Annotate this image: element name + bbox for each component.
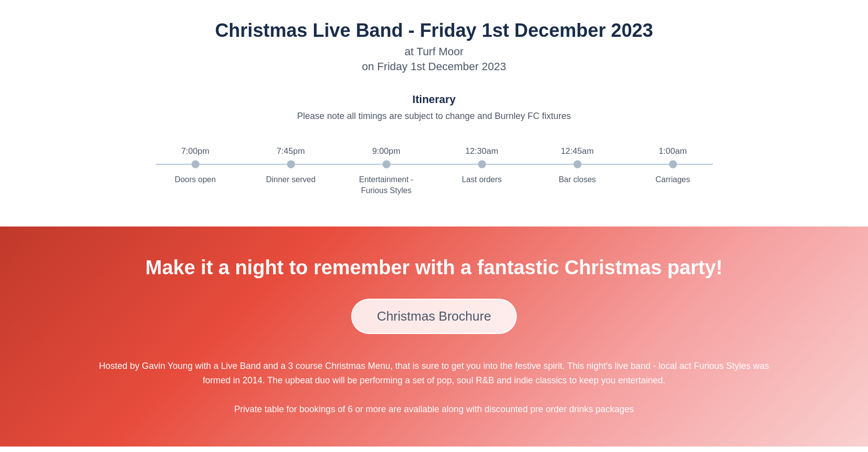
timeline-time-4: 12:45am — [538, 146, 617, 156]
cta-headline: Make it a night to remember with a fanta… — [20, 256, 848, 279]
private-table-text: Private table for bookings of 6 or more … — [186, 402, 683, 417]
timeline-dot-3 — [478, 160, 486, 168]
timeline-time-0: 7:00pm — [156, 146, 235, 156]
timeline-dot-wrapper-0 — [156, 160, 235, 168]
timeline-dot-wrapper-4 — [538, 160, 617, 168]
timeline-line — [156, 164, 713, 165]
timeline-dot-0 — [192, 160, 199, 168]
description-text: Hosted by Gavin Young with a Live Band a… — [86, 359, 782, 388]
timeline-label-3: Last orders — [442, 174, 522, 197]
timeline-label-0: Doors open — [156, 174, 235, 197]
timeline-label-1: Dinner served — [251, 174, 331, 197]
timeline-dot-wrapper-1 — [251, 160, 331, 168]
timeline-label-2: Entertainment - Furious Styles — [347, 174, 426, 197]
timeline-times: 7:00pm 7:45pm 9:00pm 12:30am 12:45am 1:0… — [156, 146, 713, 156]
timeline-label-4: Bar closes — [538, 174, 617, 197]
itinerary-note: Please note all timings are subject to c… — [10, 111, 858, 121]
timeline-dot-wrapper-3 — [442, 160, 522, 168]
event-title: Christmas Live Band - Friday 1st Decembe… — [10, 20, 858, 41]
event-date: on Friday 1st December 2023 — [10, 60, 858, 73]
timeline-label-5: Carriages — [633, 174, 713, 197]
christmas-brochure-button[interactable]: Christmas Brochure — [351, 299, 517, 334]
timeline-dot-5 — [669, 160, 677, 168]
timeline-dot-wrapper-5 — [633, 160, 713, 168]
timeline-dot-4 — [574, 160, 581, 168]
timeline: 7:00pm 7:45pm 9:00pm 12:30am 12:45am 1:0… — [136, 146, 733, 197]
timeline-dot-wrapper-2 — [347, 160, 426, 168]
top-section: Christmas Live Band - Friday 1st Decembe… — [0, 0, 868, 226]
itinerary-heading: Itinerary — [10, 93, 858, 106]
timeline-time-1: 7:45pm — [251, 146, 331, 156]
timeline-line-row — [156, 160, 713, 168]
event-venue: at Turf Moor — [10, 45, 858, 58]
timeline-labels: Doors open Dinner served Entertainment -… — [156, 174, 713, 197]
timeline-time-2: 9:00pm — [347, 146, 426, 156]
timeline-dot-2 — [383, 160, 390, 168]
timeline-dot-1 — [287, 160, 295, 168]
bottom-section: Make it a night to remember with a fanta… — [0, 226, 868, 447]
timeline-time-3: 12:30am — [442, 146, 522, 156]
timeline-time-5: 1:00am — [633, 146, 713, 156]
